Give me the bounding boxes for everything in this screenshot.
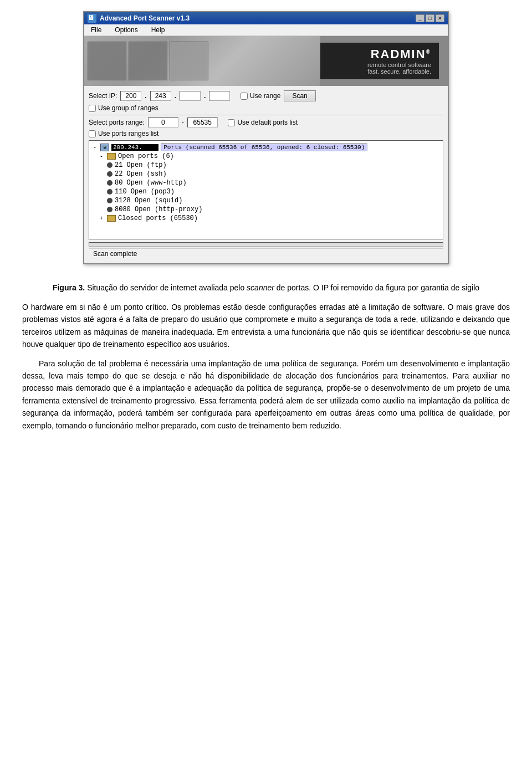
closed-ports-node: + Closed ports (65530) [91,214,441,223]
use-ports-ranges-checkbox[interactable] [89,130,96,137]
port-bullet-3128 [107,198,112,203]
tree-port-item: 80 Open (www-http) [91,178,441,187]
brand-name: RADMIN® [325,47,431,62]
title-bar-controls: _ □ ✕ [416,14,444,22]
banner-brand: RADMIN® remote control software fast. se… [317,43,439,79]
port-label-21: 21 Open (ftp) [115,161,167,169]
port-bullet-22 [107,171,112,177]
port-label-22: 22 Open (ssh) [115,170,167,178]
open-ports-node: - Open ports (6) [91,152,441,161]
use-range-checkbox[interactable] [241,93,248,100]
host-ip: 200.243. [111,144,158,151]
tree-port-item: 3128 Open (squid) [91,196,441,205]
ports-row: Select ports range: - Use default ports … [89,117,443,127]
app-icon: 🖥 [88,14,96,23]
figure-label: Figura 3. [53,283,85,292]
title-bar: 🖥 Advanced Port Scanner v1.3 _ □ ✕ [84,12,448,24]
banner-thumb-1 [88,42,126,80]
tree-port-item: 8080 Open (http-proxy) [91,205,441,214]
port-bullet-80 [107,180,112,186]
use-default-ports-checkbox[interactable] [228,119,235,126]
use-group-checkbox[interactable] [89,105,96,112]
paragraph-2: Para solução de tal problema é necessári… [22,357,510,432]
paragraph-1: O hardware em si não é um ponto crítico.… [22,301,510,351]
menu-bar: File Options Help [84,24,448,36]
port-bullet-110 [107,189,112,195]
port-label-110: 110 Open (pop3) [115,188,175,196]
open-ports-folder-icon [107,153,116,160]
banner-images [84,36,320,86]
port-label-8080: 8080 Open (http-proxy) [115,206,202,213]
scan-results-tree: - 🖥 200.243. Ports (scanned 65536 of 655… [89,140,443,240]
brand-tagline2: fast. secure. affordable. [325,68,431,75]
open-ports-label: Open ports (6) [118,152,174,160]
ip-field-4[interactable] [209,91,230,101]
closed-ports-folder-icon [107,215,116,222]
closed-ports-label: Closed ports (65530) [118,214,198,222]
minimize-button[interactable]: _ [416,14,424,22]
ip-row: Select IP: . . . Use range Scan [89,90,443,101]
window-title: Advanced Port Scanner v1.3 [100,14,190,22]
title-bar-left: 🖥 Advanced Port Scanner v1.3 [88,14,190,23]
port-label-3128: 3128 Open (squid) [115,197,182,204]
maximize-button[interactable]: □ [426,14,434,22]
port-label-80: 80 Open (www-http) [115,179,187,187]
tree-port-item: 22 Open (ssh) [91,170,441,178]
use-ports-ranges-row: Use ports ranges list [89,130,443,137]
use-default-ports-label: Use default ports list [228,119,298,126]
use-group-row: Use group of ranges [89,104,443,112]
caption-text: Situação do servidor de internet avaliad… [87,283,479,292]
use-group-checkbox-label: Use group of ranges [89,104,158,112]
banner-thumb-2 [129,42,167,80]
menu-file[interactable]: File [89,25,104,34]
use-ports-ranges-label: Use ports ranges list [89,130,158,137]
status-text: Scan complete [93,250,137,258]
port-bullet-8080 [107,207,112,212]
figure-caption: Figura 3. Situação do servidor de intern… [22,283,510,292]
open-ports-collapse-icon[interactable]: - [98,154,105,160]
select-ip-label: Select IP: [89,92,117,100]
select-ports-label: Select ports range: [89,119,145,126]
window-body: Select IP: . . . Use range Scan [84,86,448,263]
scan-status-inline: Ports (scanned 65536 of 65536, opened: 6… [161,144,367,151]
port-from-input[interactable] [148,117,178,127]
host-icon: 🖥 [100,144,109,151]
banner-thumb-3 [170,42,208,80]
ip-field-3[interactable] [180,91,201,101]
closed-ports-expand-icon[interactable]: + [98,216,105,222]
divider-1 [89,115,443,115]
root-collapse-icon[interactable]: - [91,145,98,151]
ip-field-1[interactable] [120,91,141,101]
menu-options[interactable]: Options [112,25,140,34]
progress-bar [89,242,443,247]
tree-port-item: 110 Open (pop3) [91,187,441,196]
menu-help[interactable]: Help [149,25,167,34]
ip-field-2[interactable] [150,91,171,101]
text-content-area: Figura 3. Situação do servidor de intern… [22,278,510,444]
port-bullet-21 [107,162,112,168]
close-button[interactable]: ✕ [436,14,444,22]
banner: RADMIN® remote control software fast. se… [84,36,448,86]
tree-root-row: - 🖥 200.243. Ports (scanned 65536 of 655… [91,143,441,152]
use-range-checkbox-label: Use range [241,92,280,100]
application-window: 🖥 Advanced Port Scanner v1.3 _ □ ✕ File … [83,11,449,264]
tree-port-item: 21 Open (ftp) [91,161,441,170]
port-to-input[interactable] [187,117,218,127]
brand-tagline1: remote control software [325,62,431,68]
status-bar: Scan complete [89,248,443,259]
scan-button[interactable]: Scan [284,90,315,101]
